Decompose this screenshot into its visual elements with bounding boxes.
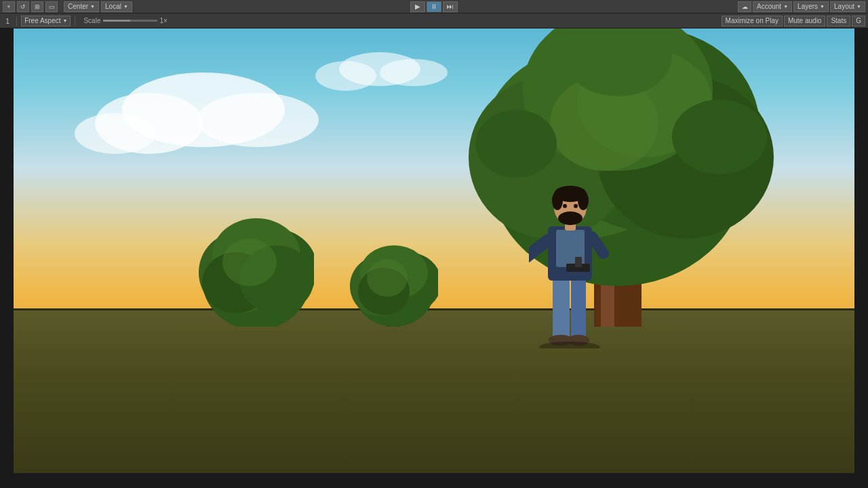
layers-dropdown-arrow: ▼ (820, 4, 825, 9)
bush-middle-svg (350, 245, 438, 327)
scale-label: Scale (83, 17, 100, 24)
play-button[interactable]: ▶ (410, 1, 425, 12)
layers-dropdown[interactable]: Layers ▼ (793, 1, 829, 12)
snap-button[interactable]: + (3, 1, 15, 12)
transform-button[interactable]: ⊞ (31, 1, 43, 12)
svg-rect-47 (575, 257, 582, 267)
rotate-button[interactable]: ↺ (17, 1, 29, 12)
svg-point-3 (75, 113, 156, 154)
separator-1 (16, 16, 17, 26)
local-label: Local (105, 3, 121, 10)
bush-left (199, 218, 314, 327)
game-viewport (14, 28, 854, 473)
big-tree-svg (448, 28, 787, 327)
svg-rect-38 (553, 277, 570, 338)
step-button[interactable]: ⏭ (443, 1, 458, 12)
aspect-label: Free Aspect (24, 17, 60, 24)
svg-point-30 (222, 239, 277, 286)
bush-left-svg (199, 218, 314, 327)
game-panel-header: 1 Free Aspect ▼ Scale 1× Maximize on Pla… (0, 14, 868, 28)
scale-track (103, 20, 130, 22)
big-tree (448, 28, 787, 327)
toolbar-left-group: + ↺ ⊞ ▭ Center ▼ Local ▼ (0, 1, 135, 12)
center-label: Center (68, 3, 88, 10)
account-label: Account (757, 3, 781, 10)
toolbar-center-group: ▶ ⏸ ⏭ (410, 1, 458, 12)
layout-dropdown[interactable]: Layout ▼ (830, 1, 865, 12)
svg-point-37 (367, 259, 408, 297)
layout-label: Layout (834, 3, 854, 10)
svg-point-54 (563, 204, 567, 208)
maximize-on-play-button[interactable]: Maximize on Play (722, 16, 783, 26)
character (529, 159, 610, 348)
maximize-label: Maximize on Play (726, 17, 778, 24)
svg-point-56 (539, 342, 600, 348)
top-toolbar: + ↺ ⊞ ▭ Center ▼ Local ▼ ▶ ⏸ ⏭ ☁ Account… (0, 0, 868, 14)
gizmos-button[interactable]: G (852, 16, 865, 26)
layers-label: Layers (797, 3, 818, 10)
scale-slider-container: 1× (103, 17, 167, 24)
pause-button[interactable]: ⏸ (427, 1, 441, 12)
bush-middle (350, 245, 438, 327)
aspect-dropdown[interactable]: Free Aspect ▼ (21, 16, 71, 26)
svg-point-9 (380, 59, 448, 86)
mute-label: Mute audio (788, 17, 821, 24)
layout-dropdown-arrow: ▼ (856, 4, 861, 9)
svg-point-8 (315, 61, 376, 91)
stats-button[interactable]: Stats (827, 16, 850, 26)
rect-button[interactable]: ▭ (45, 1, 58, 12)
center-dropdown-arrow: ▼ (90, 4, 95, 9)
svg-point-55 (574, 204, 578, 208)
cloud-icon[interactable]: ☁ (738, 1, 751, 12)
account-dropdown[interactable]: Account ▼ (753, 1, 792, 12)
scale-slider[interactable] (103, 20, 157, 22)
svg-point-53 (558, 211, 583, 225)
account-dropdown-arrow: ▼ (783, 4, 788, 9)
svg-point-51 (552, 191, 563, 210)
local-dropdown-arrow: ▼ (123, 4, 128, 9)
stats-label: Stats (831, 17, 846, 24)
character-svg (529, 159, 610, 348)
svg-line-44 (529, 240, 548, 260)
svg-point-21 (672, 100, 767, 174)
local-dropdown[interactable]: Local ▼ (101, 1, 132, 12)
scale-value: 1× (159, 17, 167, 24)
aspect-arrow: ▼ (62, 18, 67, 23)
svg-line-45 (592, 237, 604, 253)
ground-plane (14, 308, 854, 473)
tab-number: 1 (3, 17, 12, 25)
mute-audio-button[interactable]: Mute audio (784, 16, 825, 26)
gizmos-label: G (856, 17, 861, 24)
header-right-buttons: Maximize on Play Mute audio Stats G (722, 16, 865, 26)
svg-rect-39 (571, 277, 586, 338)
svg-point-2 (197, 93, 319, 147)
separator-2 (75, 16, 75, 26)
toolbar-right-group: ☁ Account ▼ Layers ▼ Layout ▼ (738, 1, 868, 12)
svg-point-52 (578, 191, 589, 210)
center-dropdown[interactable]: Center ▼ (64, 1, 99, 12)
